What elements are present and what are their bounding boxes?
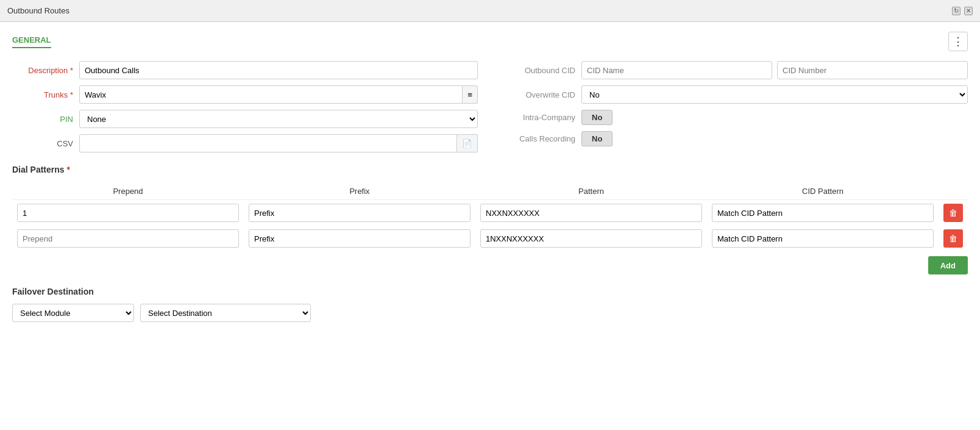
prefix-input-1[interactable]	[249, 204, 470, 222]
intra-company-row: Intra-Company No	[502, 110, 968, 125]
calls-recording-label: Calls Recording	[502, 134, 575, 143]
hamburger-menu-button[interactable]: ⋮	[948, 32, 968, 51]
col-header-actions	[939, 183, 968, 200]
dial-patterns-section: Dial Patterns * Prepend Prefix Pattern C…	[12, 165, 968, 274]
prepend-input-2[interactable]	[17, 229, 239, 248]
csv-input-group: 📄	[79, 134, 478, 152]
list-icon: ≡	[467, 90, 472, 99]
cid-inputs	[581, 61, 968, 79]
trunks-row: Trunks ≡	[12, 85, 478, 104]
failover-row: Select Module Select Destination	[12, 304, 968, 322]
add-row: Add	[12, 256, 968, 274]
pin-select[interactable]: None	[79, 110, 478, 128]
col-header-cid-pattern: CID Pattern	[707, 183, 939, 200]
prepend-cell-2	[12, 226, 244, 251]
left-column: Description Trunks ≡ PIN None	[12, 61, 478, 152]
right-column: Outbound CID Overwrite CID No Yes Intra-…	[502, 61, 968, 152]
file-icon: 📄	[462, 139, 472, 148]
table-row: 🗑	[12, 226, 968, 251]
pin-row: PIN None	[12, 110, 478, 128]
table-row: 🗑	[12, 200, 968, 226]
window-bar: Outbound Routes ↻ ✕	[0, 0, 980, 22]
cid-pattern-input-2[interactable]	[712, 229, 934, 248]
csv-label: CSV	[12, 139, 73, 148]
pattern-input-1[interactable]	[480, 204, 702, 222]
description-label: Description	[12, 66, 73, 75]
calls-recording-row: Calls Recording No	[502, 131, 968, 146]
failover-title: Failover Destination	[12, 287, 968, 296]
window-title: Outbound Routes	[7, 6, 69, 15]
trunks-label: Trunks	[12, 90, 73, 99]
form-grid: Description Trunks ≡ PIN None	[12, 61, 968, 152]
action-cell-2: 🗑	[939, 226, 968, 251]
cid-pattern-cell-1	[707, 200, 939, 226]
intra-company-toggle[interactable]: No	[581, 110, 612, 125]
delete-icon-1: 🗑	[949, 208, 957, 218]
outbound-cid-row: Outbound CID	[502, 61, 968, 79]
csv-row: CSV 📄	[12, 134, 478, 152]
pattern-input-2[interactable]	[480, 229, 702, 248]
delete-row-1-button[interactable]: 🗑	[943, 204, 963, 222]
pattern-cell-2	[475, 226, 707, 251]
action-cell-1: 🗑	[939, 200, 968, 226]
section-header: GENERAL ⋮	[12, 32, 968, 51]
pattern-cell-1	[475, 200, 707, 226]
delete-row-2-button[interactable]: 🗑	[943, 229, 963, 248]
prefix-cell-2	[244, 226, 475, 251]
tab-general[interactable]: GENERAL	[12, 35, 51, 48]
delete-icon-2: 🗑	[949, 234, 957, 243]
failover-module-select[interactable]: Select Module	[12, 304, 134, 322]
trunks-input-group: ≡	[79, 85, 478, 104]
overwrite-cid-label: Overwrite CID	[502, 90, 575, 99]
add-dial-pattern-button[interactable]: Add	[928, 256, 968, 274]
calls-recording-toggle[interactable]: No	[581, 131, 612, 146]
window-controls: ↻ ✕	[952, 7, 973, 15]
dial-patterns-label: Dial Patterns	[12, 165, 65, 174]
close-button[interactable]: ✕	[964, 7, 973, 15]
cid-pattern-input-1[interactable]	[712, 204, 934, 222]
prefix-input-2[interactable]	[249, 229, 470, 248]
dial-patterns-title: Dial Patterns *	[12, 165, 968, 174]
description-input[interactable]	[79, 61, 478, 79]
trunks-list-button[interactable]: ≡	[463, 85, 478, 104]
csv-file-button[interactable]: 📄	[457, 134, 478, 152]
cid-name-input[interactable]	[581, 61, 772, 79]
cid-pattern-cell-2	[707, 226, 939, 251]
table-header-row: Prepend Prefix Pattern CID Pattern	[12, 183, 968, 200]
pin-label: PIN	[12, 115, 73, 124]
prepend-input-1[interactable]	[17, 204, 239, 222]
failover-section: Failover Destination Select Module Selec…	[12, 287, 968, 322]
intra-company-label: Intra-Company	[502, 113, 575, 122]
outbound-cid-label: Outbound CID	[502, 66, 575, 75]
description-row: Description	[12, 61, 478, 79]
col-header-pattern: Pattern	[475, 183, 707, 200]
restore-button[interactable]: ↻	[952, 7, 960, 15]
overwrite-cid-row: Overwrite CID No Yes	[502, 85, 968, 104]
main-content: GENERAL ⋮ Description Trunks ≡	[0, 22, 980, 430]
col-header-prepend: Prepend	[12, 183, 244, 200]
cid-number-input[interactable]	[777, 61, 968, 79]
failover-destination-select[interactable]: Select Destination	[140, 304, 311, 322]
csv-input[interactable]	[79, 134, 457, 152]
prefix-cell-1	[244, 200, 475, 226]
required-indicator: *	[65, 165, 70, 174]
overwrite-cid-select[interactable]: No Yes	[581, 85, 968, 104]
col-header-prefix: Prefix	[244, 183, 475, 200]
prepend-cell-1	[12, 200, 244, 226]
dial-patterns-table: Prepend Prefix Pattern CID Pattern	[12, 183, 968, 251]
trunks-input[interactable]	[79, 85, 463, 104]
